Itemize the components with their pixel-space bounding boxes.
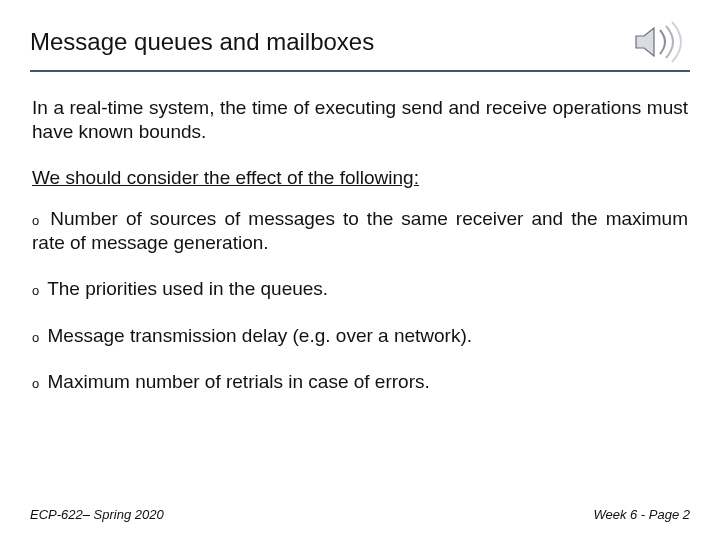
footer-left: ECP-622– Spring 2020: [30, 507, 164, 522]
bullet-marker: o: [32, 330, 39, 345]
lead-line: We should consider the effect of the fol…: [32, 167, 688, 189]
bullet-text: Number of sources of messages to the sam…: [32, 208, 688, 253]
title-row: Message queues and mailboxes: [30, 20, 690, 70]
bullet-item: o Maximum number of retrials in case of …: [32, 370, 688, 394]
title-underline: [30, 70, 690, 72]
slide: Message queues and mailboxes In a real-t…: [0, 0, 720, 540]
bullet-text: The priorities used in the queues.: [47, 278, 328, 299]
bullet-text: Maximum number of retrials in case of er…: [48, 371, 430, 392]
bullet-item: o The priorities used in the queues.: [32, 277, 688, 301]
footer-right: Week 6 - Page 2: [593, 507, 690, 522]
speaker-icon: [630, 20, 690, 64]
bullet-item: o Number of sources of messages to the s…: [32, 207, 688, 256]
intro-paragraph: In a real-time system, the time of execu…: [32, 96, 688, 145]
slide-footer: ECP-622– Spring 2020 Week 6 - Page 2: [30, 507, 690, 522]
slide-body: In a real-time system, the time of execu…: [30, 96, 690, 394]
bullet-marker: o: [32, 283, 39, 298]
bullet-text: Message transmission delay (e.g. over a …: [48, 325, 473, 346]
slide-title: Message queues and mailboxes: [30, 28, 374, 56]
bullet-item: o Message transmission delay (e.g. over …: [32, 324, 688, 348]
svg-marker-0: [636, 28, 654, 56]
bullet-marker: o: [32, 376, 39, 391]
bullet-marker: o: [32, 213, 39, 228]
